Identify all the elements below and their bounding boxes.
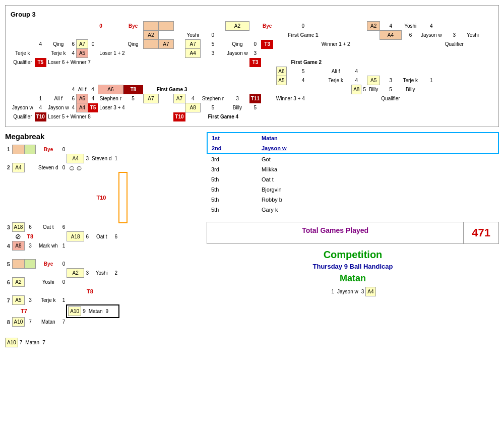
rank-3rd-1: 3rd xyxy=(207,154,258,164)
standing-row-5th-2: 5th Bjorgvin xyxy=(207,184,498,195)
bracket-area: 0 Bye A2 Bye 0 A2 4 Yoshi 4 xyxy=(11,21,493,121)
standing-row-3rd-1: 3rd Got xyxy=(207,154,498,164)
results-column: 1st Matan 2nd Jayson w 3rd Got xyxy=(207,132,499,347)
rank-1st: 1st xyxy=(212,135,220,141)
name-3rd-2: Miikka xyxy=(258,164,498,174)
total-games-container: Total Games Played 471 xyxy=(207,222,499,244)
group3-container: Group 3 0 Bye A2 Bye 0 A2 xyxy=(5,5,499,127)
standings-table: 1st Matan 2nd Jayson w 3rd Got xyxy=(207,132,499,215)
competition-subtitle: Thursday 9 Ball Handicap xyxy=(207,263,499,270)
group3-title: Group 3 xyxy=(11,11,493,18)
rank-5th-3: 5th xyxy=(207,195,258,205)
total-games-value: 471 xyxy=(463,222,498,243)
rank-5th-1: 5th xyxy=(207,174,258,184)
total-games-label: Total Games Played xyxy=(207,222,463,243)
standing-row-5th-1: 5th Oat t xyxy=(207,174,498,184)
name-5th-2: Bjorgvin xyxy=(258,184,498,195)
rank-5th-4: 5th xyxy=(207,205,258,215)
standings-container: 1st Matan 2nd Jayson w 3rd Got xyxy=(207,132,499,215)
standing-row-3rd-2: 3rd Miikka xyxy=(207,164,498,174)
rank-2nd: 2nd xyxy=(212,145,222,151)
name-5th-1: Oat t xyxy=(258,174,498,184)
megabreak-table: 1 Bye 0 A4 3 Steven d 1 2 A4 xyxy=(5,145,128,336)
standing-row-1st: 1st Matan xyxy=(207,133,498,143)
name-1st: Matan xyxy=(262,135,278,141)
standing-row-5th-4: 5th Gary k xyxy=(207,205,498,215)
name-5th-3: Robby b xyxy=(258,195,498,205)
bottom-section: Megabreak 1 Bye 0 A4 3 Steven d 1 xyxy=(5,132,499,347)
rank-5th-2: 5th xyxy=(207,184,258,195)
competition-winner: Matan xyxy=(207,273,499,284)
rank-3rd-2: 3rd xyxy=(207,164,258,174)
name-3rd-1: Got xyxy=(258,154,498,164)
final-match-row: 1 Jayson w 3 A4 xyxy=(207,287,499,296)
megabreak-title: Megabreak xyxy=(5,132,202,141)
standing-row-5th-3: 5th Robby b xyxy=(207,195,498,205)
megabreak-final-row: A10 7 Matan 7 xyxy=(5,338,202,347)
name-5th-4: Gary k xyxy=(258,205,498,215)
standing-row-2nd: 2nd Jayson w xyxy=(207,143,498,154)
final-match-table: 1 Jayson w 3 A4 xyxy=(330,287,375,296)
name-2nd: Jayson w xyxy=(262,145,287,151)
competition-title: Competition xyxy=(207,249,499,261)
megabreak-column: Megabreak 1 Bye 0 A4 3 Steven d 1 xyxy=(5,132,202,347)
bracket-table: 0 Bye A2 Bye 0 A2 4 Yoshi 4 xyxy=(11,21,480,121)
